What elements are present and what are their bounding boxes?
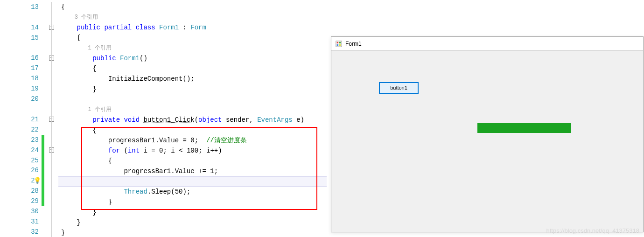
code-line[interactable]: { xyxy=(58,156,327,166)
code-line[interactable]: } xyxy=(58,207,327,217)
code-line[interactable]: } xyxy=(58,84,327,94)
code-line[interactable]: Thread.Sleep(50); xyxy=(58,187,327,197)
svg-rect-2 xyxy=(339,42,341,43)
line-number: 21 xyxy=(22,116,39,123)
codelens[interactable]: 1 个引用 xyxy=(58,43,327,53)
line-number: 19 xyxy=(22,85,39,92)
codelens[interactable]: 3 个引用 xyxy=(58,12,327,22)
code-line[interactable]: for (int i = 0; i < 100; i++) xyxy=(58,146,327,156)
watermark: https://blog.csdn.net/qq_41375318 xyxy=(546,227,640,234)
lightbulb-icon[interactable]: 💡 xyxy=(34,177,41,184)
code-line[interactable]: } xyxy=(58,217,327,228)
line-number: 29 xyxy=(22,197,39,205)
outline-column: − − − − xyxy=(44,0,58,237)
code-line[interactable]: public Form1() xyxy=(58,53,327,63)
window-title: Form1 xyxy=(345,41,362,47)
line-number: 26 xyxy=(22,167,39,174)
line-number: 15 xyxy=(22,34,39,42)
line-number: 24 xyxy=(22,146,39,154)
code-line[interactable]: progressBar1.Value += 1; xyxy=(58,166,327,176)
line-number: 18 xyxy=(22,75,39,82)
code-line[interactable]: { xyxy=(58,125,327,135)
svg-rect-1 xyxy=(337,42,339,43)
button1[interactable]: button1 xyxy=(379,82,419,94)
line-number: 14 xyxy=(22,24,39,31)
codelens[interactable]: 1 个引用 xyxy=(58,105,327,115)
line-number: 30 xyxy=(22,208,39,215)
line-number: 23 xyxy=(22,136,39,144)
code-line[interactable] xyxy=(58,94,327,105)
code-line[interactable]: InitializeComponent(); xyxy=(58,74,327,84)
line-number: 20 xyxy=(22,95,39,103)
code-line[interactable]: { xyxy=(58,33,327,43)
svg-rect-3 xyxy=(337,44,339,46)
app-icon xyxy=(335,40,343,48)
code-line-current[interactable] xyxy=(58,176,327,187)
form-window: Form1 button1 xyxy=(331,36,644,232)
line-number: 22 xyxy=(22,126,39,133)
code-editor: 13 14 15 16 17 18 19 20 21 22 23 24 25 2… xyxy=(0,0,327,237)
titlebar[interactable]: Form1 xyxy=(331,37,643,51)
line-number: 13 xyxy=(22,3,39,11)
code-line[interactable]: progressBar1.Value = 0; //清空进度条 xyxy=(58,135,327,146)
code-line[interactable]: } xyxy=(58,228,327,237)
code-line[interactable]: private void button1_Click(object sender… xyxy=(58,115,327,125)
line-gutter: 13 14 15 16 17 18 19 20 21 22 23 24 25 2… xyxy=(0,0,44,237)
code-surface[interactable]: { 3 个引用 public partial class Form1 : For… xyxy=(58,0,327,237)
svg-rect-4 xyxy=(339,44,341,46)
progress-bar xyxy=(477,123,571,133)
code-line[interactable]: { xyxy=(58,2,327,12)
line-number: 16 xyxy=(22,54,39,62)
form-client-area: button1 xyxy=(331,51,643,232)
line-number: 32 xyxy=(22,228,39,236)
line-number: 31 xyxy=(22,218,39,225)
line-number: 17 xyxy=(22,64,39,72)
line-number: 25 xyxy=(22,157,39,164)
code-line[interactable]: public partial class Form1 : Form xyxy=(58,22,327,33)
line-number: 28 xyxy=(22,187,39,195)
code-line[interactable]: { xyxy=(58,63,327,74)
code-line[interactable]: } xyxy=(58,197,327,207)
